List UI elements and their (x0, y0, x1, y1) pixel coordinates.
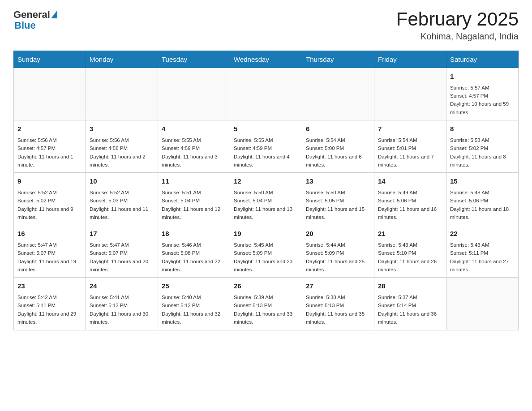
day-info: Sunrise: 5:39 AMSunset: 5:13 PMDaylight:… (234, 293, 298, 326)
calendar-day-cell: 9Sunrise: 5:52 AMSunset: 5:02 PMDaylight… (14, 173, 86, 225)
calendar-day-cell: 18Sunrise: 5:46 AMSunset: 5:08 PMDayligh… (158, 225, 230, 278)
calendar-day-cell: 20Sunrise: 5:44 AMSunset: 5:09 PMDayligh… (302, 225, 374, 278)
day-info: Sunrise: 5:40 AMSunset: 5:12 PMDaylight:… (162, 293, 226, 326)
day-info: Sunrise: 5:47 AMSunset: 5:07 PMDaylight:… (90, 241, 154, 274)
day-info: Sunrise: 5:51 AMSunset: 5:04 PMDaylight:… (162, 188, 226, 222)
calendar-day-cell (158, 68, 230, 120)
day-number: 28 (378, 281, 442, 291)
calendar-day-header: Sunday (14, 51, 86, 68)
day-info: Sunrise: 5:52 AMSunset: 5:02 PMDaylight:… (17, 188, 82, 222)
page-header: General Blue February 2025 Kohima, Nagal… (13, 9, 519, 42)
day-info: Sunrise: 5:55 AMSunset: 4:59 PMDaylight:… (162, 136, 226, 169)
day-number: 9 (17, 176, 82, 187)
calendar-day-cell: 8Sunrise: 5:53 AMSunset: 5:02 PMDaylight… (446, 120, 519, 173)
day-number: 4 (162, 124, 226, 134)
calendar-day-cell (14, 68, 86, 120)
calendar-day-cell: 17Sunrise: 5:47 AMSunset: 5:07 PMDayligh… (86, 225, 158, 278)
calendar-day-cell: 12Sunrise: 5:50 AMSunset: 5:04 PMDayligh… (230, 173, 302, 225)
calendar-day-cell: 6Sunrise: 5:54 AMSunset: 5:00 PMDaylight… (302, 120, 374, 173)
day-number: 25 (162, 281, 226, 291)
day-number: 12 (234, 176, 298, 187)
day-number: 16 (17, 229, 82, 239)
day-info: Sunrise: 5:57 AMSunset: 4:57 PMDaylight:… (450, 84, 515, 117)
calendar-day-cell: 5Sunrise: 5:55 AMSunset: 4:59 PMDaylight… (230, 120, 302, 173)
day-info: Sunrise: 5:49 AMSunset: 5:06 PMDaylight:… (378, 188, 442, 222)
day-info: Sunrise: 5:38 AMSunset: 5:13 PMDaylight:… (306, 293, 370, 326)
day-number: 11 (162, 176, 226, 187)
calendar-day-cell: 10Sunrise: 5:52 AMSunset: 5:03 PMDayligh… (86, 173, 158, 225)
day-number: 27 (306, 281, 370, 291)
calendar-week-row: 23Sunrise: 5:42 AMSunset: 5:11 PMDayligh… (14, 278, 519, 330)
day-number: 3 (90, 124, 154, 134)
calendar-day-header: Saturday (446, 51, 519, 68)
day-info: Sunrise: 5:56 AMSunset: 4:57 PMDaylight:… (17, 136, 82, 169)
day-number: 22 (450, 229, 515, 239)
day-number: 13 (306, 176, 370, 187)
calendar-day-cell: 7Sunrise: 5:54 AMSunset: 5:01 PMDaylight… (374, 120, 446, 173)
logo-blue-text: Blue (14, 20, 36, 31)
calendar-day-header: Friday (374, 51, 446, 68)
calendar-week-row: 16Sunrise: 5:47 AMSunset: 5:07 PMDayligh… (14, 225, 519, 278)
day-info: Sunrise: 5:43 AMSunset: 5:10 PMDaylight:… (378, 241, 442, 274)
day-number: 15 (450, 176, 515, 187)
day-number: 18 (162, 229, 226, 239)
location: Kohima, Nagaland, India (396, 31, 519, 42)
day-number: 7 (378, 124, 442, 134)
calendar-day-header: Thursday (302, 51, 374, 68)
day-info: Sunrise: 5:37 AMSunset: 5:14 PMDaylight:… (378, 293, 442, 326)
day-info: Sunrise: 5:56 AMSunset: 4:58 PMDaylight:… (90, 136, 154, 169)
day-number: 6 (306, 124, 370, 134)
day-info: Sunrise: 5:54 AMSunset: 5:00 PMDaylight:… (306, 136, 370, 169)
calendar-day-cell: 14Sunrise: 5:49 AMSunset: 5:06 PMDayligh… (374, 173, 446, 225)
calendar-day-cell: 16Sunrise: 5:47 AMSunset: 5:07 PMDayligh… (14, 225, 86, 278)
calendar-day-cell: 24Sunrise: 5:41 AMSunset: 5:12 PMDayligh… (86, 278, 158, 330)
calendar-day-cell: 22Sunrise: 5:43 AMSunset: 5:11 PMDayligh… (446, 225, 519, 278)
logo-general-text: General (13, 9, 50, 21)
logo-triangle-icon (51, 10, 57, 18)
calendar-day-cell: 13Sunrise: 5:50 AMSunset: 5:05 PMDayligh… (302, 173, 374, 225)
day-info: Sunrise: 5:46 AMSunset: 5:08 PMDaylight:… (162, 241, 226, 274)
day-info: Sunrise: 5:50 AMSunset: 5:04 PMDaylight:… (234, 188, 298, 222)
day-number: 24 (90, 281, 154, 291)
day-number: 1 (450, 72, 515, 82)
logo: General Blue (13, 9, 57, 31)
day-info: Sunrise: 5:47 AMSunset: 5:07 PMDaylight:… (17, 241, 82, 274)
title-section: February 2025 Kohima, Nagaland, India (396, 9, 519, 42)
calendar-day-header: Monday (86, 51, 158, 68)
calendar-day-cell: 28Sunrise: 5:37 AMSunset: 5:14 PMDayligh… (374, 278, 446, 330)
calendar-day-cell (374, 68, 446, 120)
day-info: Sunrise: 5:42 AMSunset: 5:11 PMDaylight:… (17, 293, 82, 326)
day-number: 2 (17, 124, 82, 134)
calendar-day-cell: 26Sunrise: 5:39 AMSunset: 5:13 PMDayligh… (230, 278, 302, 330)
day-number: 14 (378, 176, 442, 187)
calendar-day-header: Wednesday (230, 51, 302, 68)
calendar-day-cell: 23Sunrise: 5:42 AMSunset: 5:11 PMDayligh… (14, 278, 86, 330)
calendar-day-cell: 1Sunrise: 5:57 AMSunset: 4:57 PMDaylight… (446, 68, 519, 120)
calendar-week-row: 9Sunrise: 5:52 AMSunset: 5:02 PMDaylight… (14, 173, 519, 225)
day-number: 5 (234, 124, 298, 134)
calendar-day-cell (446, 278, 519, 330)
day-info: Sunrise: 5:55 AMSunset: 4:59 PMDaylight:… (234, 136, 298, 169)
day-info: Sunrise: 5:41 AMSunset: 5:12 PMDaylight:… (90, 293, 154, 326)
day-number: 21 (378, 229, 442, 239)
calendar-day-cell: 19Sunrise: 5:45 AMSunset: 5:09 PMDayligh… (230, 225, 302, 278)
calendar-day-cell (302, 68, 374, 120)
day-number: 20 (306, 229, 370, 239)
calendar-day-cell: 11Sunrise: 5:51 AMSunset: 5:04 PMDayligh… (158, 173, 230, 225)
month-title: February 2025 (396, 9, 519, 30)
calendar-week-row: 1Sunrise: 5:57 AMSunset: 4:57 PMDaylight… (14, 68, 519, 120)
day-info: Sunrise: 5:50 AMSunset: 5:05 PMDaylight:… (306, 188, 370, 222)
calendar-table: SundayMondayTuesdayWednesdayThursdayFrid… (13, 51, 519, 330)
calendar-day-cell (230, 68, 302, 120)
calendar-day-header: Tuesday (158, 51, 230, 68)
day-info: Sunrise: 5:52 AMSunset: 5:03 PMDaylight:… (90, 188, 154, 222)
calendar-day-cell: 4Sunrise: 5:55 AMSunset: 4:59 PMDaylight… (158, 120, 230, 173)
calendar-day-cell: 3Sunrise: 5:56 AMSunset: 4:58 PMDaylight… (86, 120, 158, 173)
day-info: Sunrise: 5:45 AMSunset: 5:09 PMDaylight:… (234, 241, 298, 274)
day-number: 17 (90, 229, 154, 239)
calendar-header-row: SundayMondayTuesdayWednesdayThursdayFrid… (14, 51, 519, 68)
calendar-day-cell: 21Sunrise: 5:43 AMSunset: 5:10 PMDayligh… (374, 225, 446, 278)
calendar-week-row: 2Sunrise: 5:56 AMSunset: 4:57 PMDaylight… (14, 120, 519, 173)
day-info: Sunrise: 5:53 AMSunset: 5:02 PMDaylight:… (450, 136, 515, 169)
day-number: 26 (234, 281, 298, 291)
